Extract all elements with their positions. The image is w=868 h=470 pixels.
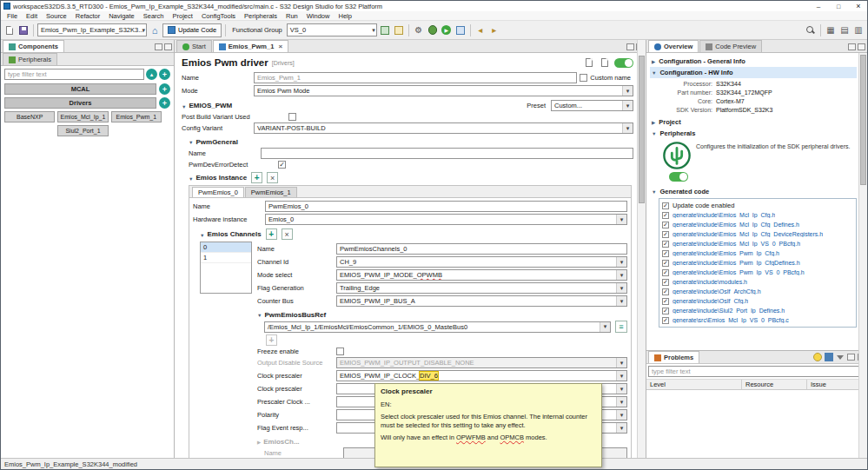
file-checkbox[interactable] xyxy=(662,269,669,276)
tab-code-preview[interactable]: Code Preview xyxy=(699,40,762,52)
counter-bus-combo[interactable]: EMIOS_PWM_IP_BUS_A xyxy=(336,295,627,307)
overview-scrollbar[interactable] xyxy=(858,53,867,458)
peripheral-enabled-toggle[interactable] xyxy=(614,58,633,68)
tree-generated-code[interactable]: Generated code xyxy=(650,186,857,197)
generated-file-link[interactable]: generate\include\OsIf_ArchCfg.h xyxy=(673,288,761,295)
remove-group-icon[interactable] xyxy=(393,24,405,36)
emios-instance-twisty-icon[interactable] xyxy=(189,174,193,182)
component-emios-pwm-1[interactable]: Emios_Pwm_1 xyxy=(111,111,162,122)
settings-gear-icon[interactable] xyxy=(413,24,425,36)
column-level[interactable]: Level xyxy=(646,380,742,389)
file-checkbox[interactable] xyxy=(662,222,669,228)
tab-pwmemios-0[interactable]: PwmEmios_0 xyxy=(192,187,244,197)
add-busref-button[interactable] xyxy=(266,334,277,346)
drivers-group-header[interactable]: Drivers xyxy=(4,97,156,109)
menu-source[interactable]: Source xyxy=(42,12,71,20)
minimize-overview-icon[interactable] xyxy=(848,43,856,50)
file-checkbox[interactable] xyxy=(662,317,669,324)
minimize-button[interactable] xyxy=(810,1,827,11)
maximize-button[interactable] xyxy=(830,1,847,11)
update-code-enabled-checkbox[interactable] xyxy=(662,202,669,209)
filter-icon[interactable] xyxy=(836,353,845,361)
mode-select-combo[interactable]: EMIOS_PWM_IP_MODE_OPWMB xyxy=(336,269,627,281)
tab-components[interactable]: Components xyxy=(3,40,64,52)
channel-id-combo[interactable]: CH_9 xyxy=(336,256,627,268)
overview-scrollbar-thumb[interactable] xyxy=(860,55,866,185)
file-checkbox[interactable] xyxy=(662,250,669,257)
generated-file-link[interactable]: generate\src\Emios_Mcl_Ip_VS_0_PBcfg.c xyxy=(673,317,789,323)
update-code-button[interactable]: Update Code xyxy=(162,23,222,37)
remove-channel-button[interactable] xyxy=(282,228,293,240)
file-checkbox[interactable] xyxy=(662,212,669,219)
run-icon[interactable] xyxy=(441,24,453,36)
tree-peripherals[interactable]: Peripherals xyxy=(650,128,857,139)
add-driver-button[interactable] xyxy=(159,97,170,109)
add-channel-button[interactable] xyxy=(266,228,277,240)
menu-search[interactable]: Search xyxy=(139,12,169,20)
config-variant-combo[interactable]: VARIANT-POST-BUILD xyxy=(254,122,633,134)
menu-help[interactable]: Help xyxy=(334,12,355,20)
preset-combo[interactable]: Custom... xyxy=(551,100,633,111)
instance-name-input[interactable] xyxy=(265,201,627,212)
collapse-all-button[interactable] xyxy=(146,69,157,80)
generated-file-link[interactable]: generate\include\Emios_Mcl_Ip_Cfg_Device… xyxy=(673,231,823,237)
file-checkbox[interactable] xyxy=(662,298,669,305)
generated-file-link[interactable]: generate\include\Emios_Pwm_Ip_CfgDefines… xyxy=(673,260,800,266)
maximize-view-icon[interactable] xyxy=(164,43,172,50)
search-icon[interactable] xyxy=(805,24,817,36)
hardware-instance-combo[interactable]: Emios_0 xyxy=(265,214,627,225)
menu-window[interactable]: Window xyxy=(302,12,335,20)
tab-peripherals[interactable]: Peripherals xyxy=(3,53,57,65)
component-emios-mcl-ip-1[interactable]: Emios_Mcl_Ip_1 xyxy=(57,111,108,122)
file-checkbox[interactable] xyxy=(662,288,669,295)
tab-start[interactable]: Start xyxy=(176,40,212,52)
tree-general-info[interactable]: Configuration - General Info xyxy=(650,56,857,67)
export-config-icon[interactable] xyxy=(583,56,595,69)
emios-channels-twisty-icon[interactable] xyxy=(200,230,204,239)
file-checkbox[interactable] xyxy=(662,241,669,248)
project-twisty-icon[interactable] xyxy=(652,118,655,126)
home-icon sh[interactable] xyxy=(149,24,161,36)
menu-peripherals[interactable]: Peripherals xyxy=(240,12,282,20)
close-button[interactable] xyxy=(850,1,867,11)
add-mcal-button[interactable] xyxy=(159,83,170,95)
menu-run[interactable]: Run xyxy=(282,12,302,20)
perspective-debug-icon[interactable] xyxy=(852,24,865,36)
generated-file-link[interactable]: generate\include\Emios_Pwm_Ip_VS_0_PBcfg… xyxy=(673,269,805,275)
general-name-input[interactable] xyxy=(261,148,633,159)
debug-icon[interactable] xyxy=(427,24,439,36)
components-filter-input[interactable] xyxy=(4,69,144,80)
add-instance-button[interactable] xyxy=(251,172,262,183)
tree-project[interactable]: Project xyxy=(650,116,857,128)
busref-combo[interactable]: /Emios_Mcl_Ip_1/EmiosMcl/EmiosCommon_1/E… xyxy=(264,321,611,333)
tab-problems[interactable]: Problems xyxy=(648,351,699,363)
custom-name-checkbox[interactable] xyxy=(580,74,587,82)
file-checkbox[interactable] xyxy=(662,279,669,286)
tree-hw-info[interactable]: Configuration - HW Info xyxy=(650,67,857,78)
project-selector-combo[interactable]: Emios_Pwm_Ip_Example_S32K3... xyxy=(37,23,147,36)
peripherals-twisty-icon[interactable] xyxy=(652,129,656,137)
minimize-problems-icon[interactable] xyxy=(847,354,855,361)
file-checkbox[interactable] xyxy=(662,231,669,238)
file-checkbox[interactable] xyxy=(662,308,669,314)
remove-instance-button[interactable] xyxy=(267,172,278,183)
tab-overview[interactable]: Overview xyxy=(648,40,699,52)
forward-icon[interactable] xyxy=(488,24,500,36)
back-icon[interactable] xyxy=(474,24,487,36)
dev-error-checkbox[interactable] xyxy=(278,161,286,169)
tab-pwmemios-1[interactable]: PwmEmios_1 xyxy=(245,187,297,197)
channel-name-input[interactable] xyxy=(336,243,627,255)
name-input[interactable] xyxy=(254,72,577,83)
component-basenxp[interactable]: BaseNXP xyxy=(4,111,55,122)
add-group-icon[interactable] xyxy=(379,24,391,36)
group-by-icon[interactable] xyxy=(825,353,833,361)
lightbulb-icon[interactable] xyxy=(813,353,822,361)
save-icon[interactable] xyxy=(17,24,30,36)
close-tab-icon[interactable] xyxy=(276,43,282,50)
menu-refactor[interactable]: Refactor xyxy=(71,12,104,20)
file-checkbox[interactable] xyxy=(662,260,669,267)
minimize-view-icon[interactable] xyxy=(155,43,162,50)
perspective-cpp-icon[interactable] xyxy=(838,24,851,36)
perspective-config-icon[interactable] xyxy=(825,24,837,36)
hw-info-twisty-icon[interactable] xyxy=(652,69,656,76)
